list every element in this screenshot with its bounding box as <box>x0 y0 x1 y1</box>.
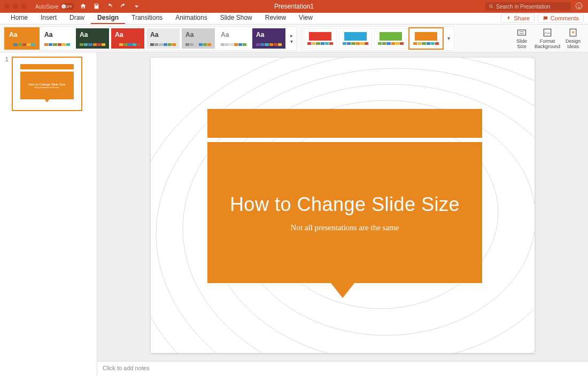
tab-view[interactable]: View <box>292 12 319 24</box>
svg-point-3 <box>579 5 580 5</box>
tab-animations[interactable]: Animations <box>169 12 213 24</box>
variant-option-1[interactable] <box>339 28 372 49</box>
slide-thumbnail-1[interactable]: How to Change Slide Size Not all present… <box>12 57 82 111</box>
design-ribbon: AaAaAaAaAaAaAaAa ▸▾ ▾ Slide Size Format … <box>0 25 588 52</box>
variants-gallery: ▾ <box>301 26 454 51</box>
tab-draw[interactable]: Draw <box>63 12 91 24</box>
save-icon[interactable] <box>93 3 100 11</box>
ribbon-tabs: HomeInsertDrawDesignTransitionsAnimation… <box>0 13 588 25</box>
notes-pane[interactable]: Click to add notes <box>97 361 588 376</box>
theme-option-6[interactable]: Aa <box>217 28 250 49</box>
tab-insert[interactable]: Insert <box>34 12 63 24</box>
svg-point-0 <box>490 5 492 7</box>
speech-pointer <box>331 283 354 298</box>
theme-option-2[interactable]: Aa <box>76 28 109 49</box>
variant-option-3[interactable] <box>409 28 443 49</box>
theme-option-7[interactable]: Aa <box>252 28 285 49</box>
thumbnail-number: 1 <box>5 57 9 111</box>
home-icon[interactable] <box>80 3 87 11</box>
tab-slide-show[interactable]: Slide Show <box>214 12 259 24</box>
svg-point-2 <box>578 5 578 5</box>
theme-option-3[interactable]: Aa <box>111 28 144 49</box>
themes-more-button[interactable]: ▸▾ <box>288 33 295 44</box>
comments-button[interactable]: Comments <box>538 13 584 23</box>
slide-size-button[interactable]: Slide Size <box>510 27 533 50</box>
format-background-button[interactable]: Format Background <box>536 27 559 50</box>
tab-design[interactable]: Design <box>91 12 125 24</box>
slide-title[interactable]: How to Change Slide Size <box>230 193 460 216</box>
tab-transitions[interactable]: Transitions <box>125 12 169 24</box>
variant-option-0[interactable] <box>304 28 337 49</box>
tab-home[interactable]: Home <box>4 12 34 24</box>
slide-canvas[interactable]: How to Change Slide Size Not all present… <box>97 52 588 361</box>
themes-gallery: AaAaAaAaAaAaAaAa ▸▾ <box>3 26 297 51</box>
slide-subtitle[interactable]: Not all presentations are the same <box>291 223 399 232</box>
overflow-icon[interactable] <box>133 3 140 11</box>
document-title: Presentation1 <box>274 3 314 10</box>
theme-option-0[interactable]: Aa <box>5 28 38 49</box>
theme-option-4[interactable]: Aa <box>146 28 180 49</box>
share-button[interactable]: Share <box>501 13 534 23</box>
variants-more-button[interactable]: ▾ <box>445 35 452 41</box>
undo-icon[interactable] <box>106 3 113 11</box>
title-accent-bar <box>207 109 482 138</box>
search-input[interactable]: Search in Presentation <box>485 2 571 11</box>
slide-1[interactable]: How to Change Slide Size Not all present… <box>151 58 535 353</box>
theme-option-5[interactable]: Aa <box>182 28 215 49</box>
svg-rect-5 <box>544 29 551 36</box>
title-text-box[interactable]: How to Change Slide Size Not all present… <box>207 142 482 283</box>
autosave-toggle[interactable]: AutoSave OFF <box>35 3 72 10</box>
account-icon[interactable] <box>575 2 583 11</box>
svg-point-1 <box>576 3 582 9</box>
window-controls[interactable] <box>0 4 27 9</box>
svg-rect-4 <box>518 30 526 35</box>
redo-icon[interactable] <box>120 3 127 11</box>
tab-review[interactable]: Review <box>259 12 292 24</box>
variant-option-2[interactable] <box>374 28 407 49</box>
titlebar: AutoSave OFF Presentation1 Search in Pre… <box>0 0 588 13</box>
slide-thumbnails-panel: 1 How to Change Slide Size Not all prese… <box>0 52 97 376</box>
theme-option-1[interactable]: Aa <box>41 28 74 49</box>
design-ideas-button[interactable]: Design Ideas <box>561 27 585 50</box>
